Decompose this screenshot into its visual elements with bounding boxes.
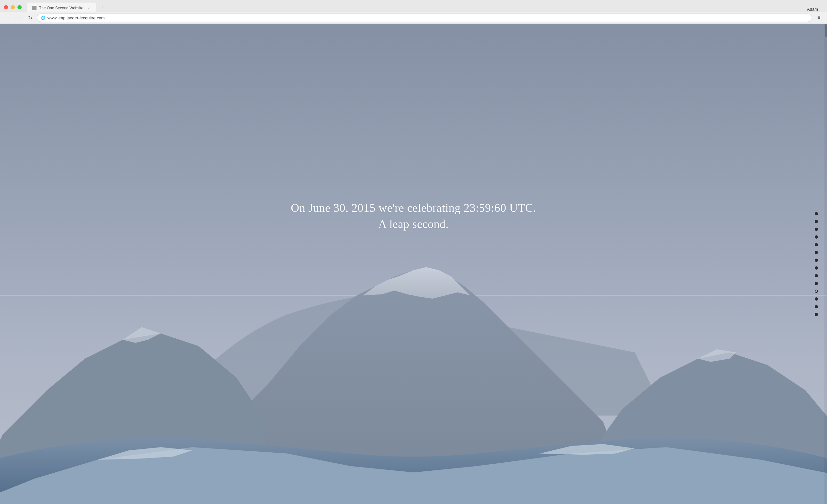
nav-dot-10[interactable] — [815, 290, 818, 293]
address-bar[interactable]: 🌐 — [37, 13, 812, 22]
nav-dot-11[interactable] — [815, 297, 818, 301]
forward-icon: › — [18, 15, 20, 21]
hero-text: On June 30, 2015 we're celebrating 23:59… — [124, 200, 703, 232]
back-icon: ‹ — [7, 15, 9, 21]
forward-button[interactable]: › — [15, 13, 23, 22]
nav-dot-13[interactable] — [815, 313, 818, 316]
nav-dot-3[interactable] — [815, 235, 818, 239]
page-content: On June 30, 2015 we're celebrating 23:59… — [0, 24, 827, 504]
nav-dot-12[interactable] — [815, 305, 818, 308]
scrollbar-thumb[interactable] — [825, 24, 827, 37]
maximize-button[interactable] — [17, 5, 21, 9]
window-controls — [4, 5, 21, 9]
browser-toolbar: ‹ › ↻ 🌐 ≡ — [0, 12, 827, 24]
hero-line-1: On June 30, 2015 we're celebrating 23:59… — [124, 200, 703, 216]
scrollbar[interactable] — [824, 24, 827, 504]
nav-dot-8[interactable] — [815, 274, 818, 278]
menu-icon: ≡ — [817, 15, 820, 21]
browser-tabs: The One Second Website × + Adam — [27, 3, 823, 12]
nav-dots — [815, 212, 818, 316]
browser-titlebar: The One Second Website × + Adam — [0, 0, 827, 12]
nav-dot-5[interactable] — [815, 251, 818, 254]
lock-icon: 🌐 — [41, 16, 46, 20]
tab-title: The One Second Website — [39, 6, 83, 10]
nav-dot-4[interactable] — [815, 243, 818, 246]
nav-dot-9[interactable] — [815, 282, 818, 285]
url-input[interactable] — [47, 15, 808, 20]
close-button[interactable] — [4, 5, 8, 9]
active-tab[interactable]: The One Second Website × — [27, 3, 96, 12]
tab-close-button[interactable]: × — [86, 5, 91, 11]
nav-dot-6[interactable] — [815, 259, 818, 262]
tab-favicon — [32, 6, 37, 10]
nav-dot-2[interactable] — [815, 228, 818, 231]
nav-dot-0[interactable] — [815, 212, 818, 215]
nav-dot-7[interactable] — [815, 266, 818, 269]
reload-icon: ↻ — [28, 15, 32, 21]
menu-button[interactable]: ≡ — [815, 13, 823, 22]
browser-chrome: The One Second Website × + Adam ‹ › ↻ 🌐 … — [0, 0, 827, 24]
reload-button[interactable]: ↻ — [26, 13, 34, 22]
hero-line-2: A leap second. — [124, 216, 703, 232]
back-button[interactable]: ‹ — [4, 13, 12, 22]
minimize-button[interactable] — [11, 5, 15, 9]
nav-dot-1[interactable] — [815, 220, 818, 223]
user-name: Adam — [807, 7, 818, 12]
new-tab-button[interactable]: + — [98, 3, 107, 12]
